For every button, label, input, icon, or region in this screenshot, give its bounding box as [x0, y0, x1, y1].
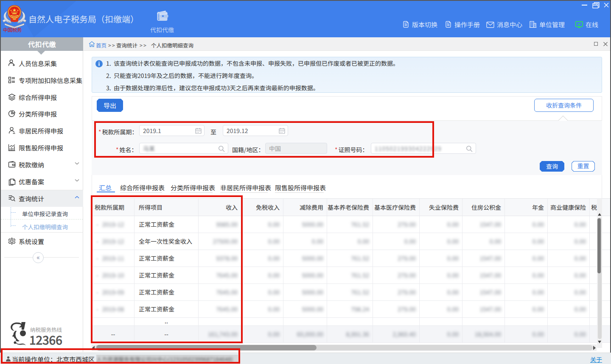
svg-text:重置: 重置	[577, 161, 589, 170]
svg-text:中国税务: 中国税务	[3, 26, 22, 33]
